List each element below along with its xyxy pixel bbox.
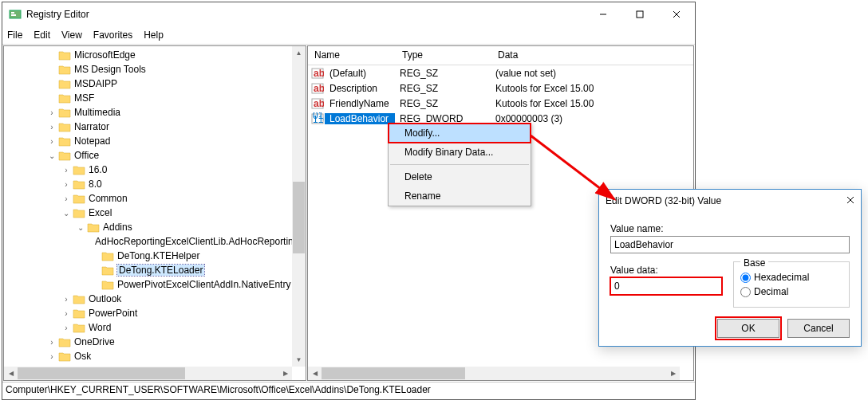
titlebar: Registry Editor <box>2 2 695 26</box>
base-legend: Base <box>740 257 768 269</box>
tree-item[interactable]: MS Design Tools <box>4 62 306 77</box>
tree-item-label: PowerPoint <box>89 308 137 319</box>
menu-favorites[interactable]: Favorites <box>93 29 132 41</box>
tree-item[interactable]: ›Common <box>4 191 306 206</box>
value-data-field[interactable] <box>610 277 722 295</box>
menu-item[interactable]: Delete <box>389 167 531 186</box>
tree-item-label: PowerPivotExcelClientAddIn.NativeEntry <box>117 279 290 290</box>
list-header: Name Type Data <box>308 46 693 65</box>
close-button[interactable] <box>658 2 695 26</box>
minimize-button[interactable] <box>585 2 621 26</box>
value-data-label: Value data: <box>610 265 722 276</box>
tree-item[interactable]: ›Notepad <box>4 134 306 148</box>
binary-value-icon: 011110 <box>310 112 325 125</box>
tree-item-label: MSF <box>74 92 94 104</box>
tree-scrollbar-h[interactable]: ◀ ▶ <box>4 367 292 380</box>
cancel-button[interactable]: Cancel <box>787 319 850 338</box>
tree-item-label: OneDrive <box>74 336 115 347</box>
svg-text:ab: ab <box>314 83 324 94</box>
menu-separator <box>390 164 529 165</box>
dialog-close-button[interactable] <box>846 195 854 206</box>
svg-text:ab: ab <box>314 68 324 79</box>
list-row[interactable]: abFriendlyNameREG_SZKutools for Excel 15… <box>308 96 693 111</box>
menu-file[interactable]: File <box>7 29 22 41</box>
tree-item-label: 16.0 <box>89 164 107 175</box>
tree-item[interactable]: ›Multimedia <box>4 105 306 120</box>
menu-help[interactable]: Help <box>144 29 164 41</box>
tree-item[interactable]: ›8.0 <box>4 177 306 191</box>
tree-item[interactable]: AdHocReportingExcelClientLib.AdHocReport… <box>4 234 306 249</box>
tree-item[interactable]: ›Osk <box>4 349 306 363</box>
maximize-button[interactable] <box>621 2 658 26</box>
menu-item[interactable]: Modify... <box>389 124 531 143</box>
list-cell-name: (Default) <box>325 68 395 79</box>
tree-item[interactable]: ›16.0 <box>4 163 306 177</box>
tree-item-label: Office <box>74 150 99 161</box>
tree-item[interactable]: MicrosoftEdge <box>4 48 306 62</box>
tree-item-label: AdHocReportingExcelClientLib.AdHocReport… <box>95 236 306 247</box>
list-cell-data: (value not set) <box>491 68 561 79</box>
list-cell-name: Description <box>325 83 395 94</box>
tree-item[interactable]: MSDAIPP <box>4 77 306 91</box>
list-header-data[interactable]: Data <box>491 46 693 65</box>
tree-item-label: MSDAIPP <box>74 78 117 89</box>
radio-hexadecimal[interactable]: Hexadecimal <box>740 272 842 283</box>
base-fieldset: Base Hexadecimal Decimal <box>733 261 850 308</box>
menu-item[interactable]: Rename <box>389 186 531 206</box>
radio-hex-input[interactable] <box>740 273 751 283</box>
tree-item[interactable]: ›PowerPoint <box>4 306 306 320</box>
value-name-label: Value name: <box>610 223 850 234</box>
list-cell-name: LoadBehavior <box>325 113 395 124</box>
menu-item[interactable]: Modify Binary Data... <box>389 143 531 162</box>
tree-item[interactable]: ⌄Office <box>4 148 306 163</box>
tree-item[interactable]: ›Word <box>4 320 306 335</box>
radio-decimal[interactable]: Decimal <box>740 286 842 297</box>
dialog-titlebar: Edit DWORD (32-bit) Value <box>599 190 861 212</box>
tree-item-label: MS Design Tools <box>74 64 146 75</box>
tree-item-label: Excel <box>89 207 112 218</box>
list-row[interactable]: abDescriptionREG_SZKutools for Excel 15.… <box>308 80 693 96</box>
menubar: File Edit View Favorites Help <box>2 26 695 44</box>
tree-pane[interactable]: MicrosoftEdgeMS Design ToolsMSDAIPPMSF›M… <box>3 45 306 381</box>
radio-dec-input[interactable] <box>740 287 751 297</box>
tree-item[interactable]: ⌄Excel <box>4 206 306 220</box>
tree-item[interactable]: ›Outlook <box>4 292 306 306</box>
list-cell-type: REG_SZ <box>395 98 491 109</box>
tree-item-label: DeTong.KTEHelper <box>117 250 199 261</box>
list-header-name[interactable]: Name <box>308 46 396 65</box>
list-cell-data: Kutools for Excel 15.00 <box>491 83 598 94</box>
tree-item[interactable]: PowerPivotExcelClientAddIn.NativeEntry <box>4 277 306 292</box>
registry-editor-window: Registry Editor File Edit View Favorites… <box>2 2 696 400</box>
tree-item-label: Notepad <box>74 135 110 147</box>
context-menu: Modify...Modify Binary Data...DeleteRena… <box>388 123 531 206</box>
statusbar: Computer\HKEY_CURRENT_USER\SOFTWARE\Micr… <box>2 382 695 398</box>
tree-item[interactable]: DeTong.KTEHelper <box>4 249 306 263</box>
tree-item[interactable]: ⌄Addins <box>4 220 306 234</box>
window-title: Registry Editor <box>26 9 585 20</box>
tree-item-label: Addins <box>103 222 132 233</box>
ok-button[interactable]: OK <box>717 319 779 338</box>
menu-view[interactable]: View <box>61 29 82 41</box>
app-icon <box>9 8 22 21</box>
string-value-icon: ab <box>310 67 325 80</box>
tree-item[interactable]: ›OneDrive <box>4 335 306 349</box>
list-cell-data: Kutools for Excel 15.00 <box>491 98 598 109</box>
list-header-type[interactable]: Type <box>396 46 491 65</box>
tree-item[interactable]: ›Narrator <box>4 120 306 134</box>
tree-scrollbar-v[interactable]: ▲ ▼ <box>292 46 306 367</box>
window-buttons <box>585 2 695 26</box>
svg-rect-1 <box>11 12 14 14</box>
tree-item-label: Outlook <box>89 293 121 304</box>
menu-edit[interactable]: Edit <box>34 29 50 41</box>
tree-item[interactable]: DeTong.KTELoader <box>4 263 306 277</box>
tree-item-label: Word <box>89 322 111 333</box>
string-value-icon: ab <box>310 82 325 95</box>
tree-item[interactable]: MSF <box>4 91 306 105</box>
tree-item-label: Common <box>89 193 128 204</box>
dialog-title: Edit DWORD (32-bit) Value <box>606 195 846 206</box>
list-row[interactable]: ab(Default)REG_SZ(value not set) <box>308 65 693 80</box>
tree-item-label: DeTong.KTELoader <box>117 265 204 276</box>
list-scrollbar-h[interactable]: ◀ ▶ <box>308 367 680 380</box>
tree-item-label: 8.0 <box>89 179 102 190</box>
value-name-field <box>610 236 850 253</box>
